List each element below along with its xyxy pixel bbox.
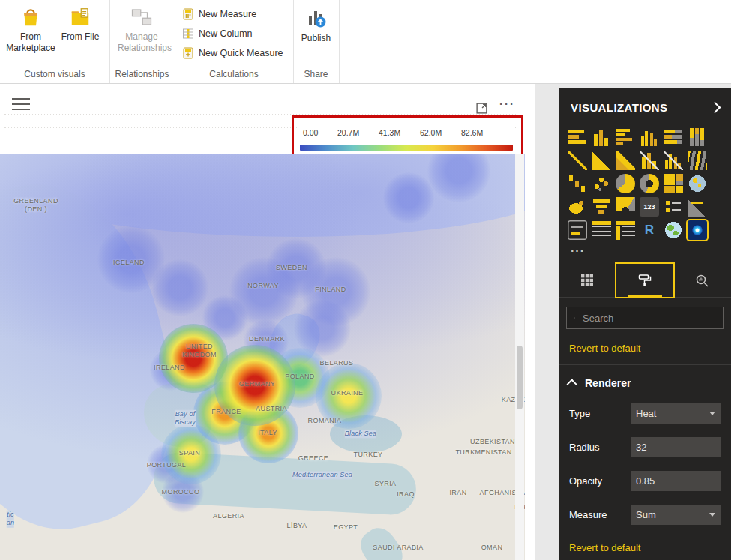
viz-map-icon[interactable] — [688, 174, 707, 193]
scrollbar-thumb[interactable] — [517, 346, 523, 409]
group-label-calculations: Calculations — [175, 69, 293, 79]
manage-relationships-label: Manage Relationships — [118, 31, 172, 53]
search-input[interactable] — [581, 312, 716, 325]
viz-kpi-icon[interactable] — [688, 197, 707, 217]
viz-area-chart-icon[interactable] — [592, 151, 611, 170]
field-value: 32 — [636, 442, 715, 453]
renderer-section-label: Renderer — [585, 377, 631, 389]
map-label: BELARUS — [320, 359, 354, 367]
field-control[interactable]: Heat — [631, 403, 721, 424]
publish-button[interactable]: Publish — [295, 6, 337, 44]
viz-100-stacked-bar-chart-icon[interactable] — [664, 127, 683, 147]
viz-treemap-icon[interactable] — [664, 174, 683, 193]
tab-fields[interactable] — [559, 264, 616, 297]
radius-input: Radius 32 — [559, 430, 731, 464]
group-label-share: Share — [293, 69, 339, 79]
new-measure-button[interactable]: New Measure — [182, 6, 256, 22]
map-label: SWEDEN — [276, 264, 307, 272]
dropdown-caret-icon — [709, 513, 715, 517]
marketplace-bag-icon — [19, 6, 42, 28]
publish-icon — [304, 6, 328, 30]
viz-r-script-icon[interactable]: R — [640, 220, 659, 240]
revert-to-default-link-bottom[interactable]: Revert to default — [559, 532, 731, 553]
tab-format[interactable] — [616, 264, 674, 297]
ribbon-group-custom-visuals: From Marketplace From File Custom visual… — [0, 0, 110, 83]
viz-table-icon[interactable] — [592, 220, 611, 240]
map-label: ITALY — [258, 429, 277, 437]
viz-heatmap-custom-visual-icon[interactable] — [688, 220, 707, 240]
from-file-button[interactable]: From File — [57, 6, 103, 43]
from-marketplace-label: From Marketplace — [6, 31, 55, 53]
viz-gauge-icon[interactable] — [616, 197, 635, 217]
heat-spot — [301, 257, 370, 326]
group-label-custom-visuals: Custom visuals — [0, 69, 109, 79]
quick-measure-icon — [182, 47, 194, 59]
panel-header: VISUALIZATIONS — [559, 88, 731, 123]
format-paint-roller-icon — [637, 273, 652, 288]
tab-analytics[interactable] — [673, 264, 731, 297]
dropdown-caret-icon — [709, 412, 715, 415]
field-label: Radius — [569, 442, 631, 453]
field-label: Measure — [569, 509, 631, 520]
new-column-label: New Column — [199, 28, 253, 39]
viz-matrix-icon[interactable] — [616, 220, 635, 240]
viz-clustered-column-chart-icon[interactable] — [640, 127, 659, 147]
field-value: Heat — [636, 408, 709, 419]
map-label: FRANCE — [211, 408, 241, 416]
viz-ribbon-chart-icon[interactable] — [688, 151, 707, 170]
viz-scatter-chart-icon[interactable] — [592, 174, 611, 193]
field-control[interactable]: 32 — [631, 437, 721, 457]
measure-dropdown: Measure Sum — [559, 498, 731, 532]
map-label: ALGERIA — [213, 512, 244, 520]
viz-pie-chart-icon[interactable] — [616, 174, 635, 193]
type-dropdown: Type Heat — [559, 397, 731, 430]
sea-mediterranean — [152, 451, 417, 516]
viz-filled-map-icon[interactable] — [568, 197, 587, 217]
map-label: OMAN — [481, 544, 503, 552]
new-quick-measure-button[interactable]: New Quick Measure — [182, 45, 283, 61]
map-label: LİBYA — [287, 522, 307, 530]
heat-spot — [202, 295, 247, 340]
viz-multi-row-card-icon[interactable] — [664, 197, 683, 217]
relationships-icon — [130, 6, 153, 28]
viz-100-stacked-column-chart-icon[interactable] — [688, 127, 707, 147]
field-control[interactable]: Sum — [631, 505, 721, 525]
heat-spot — [238, 403, 298, 463]
viz-donut-chart-icon[interactable] — [640, 174, 659, 193]
opacity-input: Opacity 0.85 — [559, 464, 731, 498]
visual-more-options-icon[interactable]: ··· — [499, 97, 515, 110]
canvas-vertical-scrollbar[interactable] — [515, 154, 524, 560]
ribbon-group-relationships: Manage Relationships Relationships — [109, 0, 175, 83]
table-column-icon — [182, 28, 194, 40]
viz-slicer-icon[interactable] — [568, 220, 587, 240]
viz-arcgis-map-icon[interactable] — [664, 220, 683, 240]
fields-grid-icon — [580, 274, 594, 287]
renderer-section-header[interactable]: Renderer — [559, 365, 731, 397]
manage-relationships-button[interactable]: Manage Relationships — [118, 6, 166, 54]
viz-clustered-bar-chart-icon[interactable] — [616, 127, 635, 147]
viz-line-chart-icon[interactable] — [568, 151, 587, 170]
heatmap-visual[interactable]: GREENLAND (DEN.)ICELANDSWEDENNORWAYFINLA… — [0, 154, 525, 560]
from-marketplace-button[interactable]: From Marketplace — [6, 6, 55, 54]
hamburger-menu-icon[interactable] — [12, 94, 30, 114]
calculator-icon — [182, 8, 194, 20]
panel-tabs — [559, 264, 731, 298]
viz-funnel-icon[interactable] — [592, 197, 611, 217]
publish-label: Publish — [301, 33, 331, 43]
workspace: ··· 0.0020.7M41.3M62.0M82.6M GREENLAND (… — [0, 84, 731, 560]
viz-waterfall-chart-icon[interactable] — [568, 174, 587, 193]
viz-line-stacked-column-chart-icon[interactable] — [640, 151, 659, 170]
map-label: GERMANY — [239, 380, 275, 388]
ribbon-group-calculations: New Measure New Column New Quick Measure… — [175, 0, 294, 83]
viz-stacked-area-chart-icon[interactable] — [616, 151, 635, 170]
new-column-button[interactable]: New Column — [182, 25, 253, 42]
viz-card-icon[interactable]: 123 — [640, 197, 659, 217]
viz-stacked-column-chart-icon[interactable] — [592, 127, 611, 147]
viz-line-clustered-column-chart-icon[interactable] — [664, 151, 683, 170]
field-control[interactable]: 0.85 — [631, 471, 721, 491]
collapse-panel-chevron-icon[interactable] — [709, 102, 721, 114]
sea-red-sea — [355, 522, 409, 560]
more-visuals-button[interactable]: ··· — [559, 241, 731, 264]
viz-stacked-bar-chart-icon[interactable] — [568, 127, 587, 147]
revert-to-default-link[interactable]: Revert to default — [559, 334, 731, 365]
